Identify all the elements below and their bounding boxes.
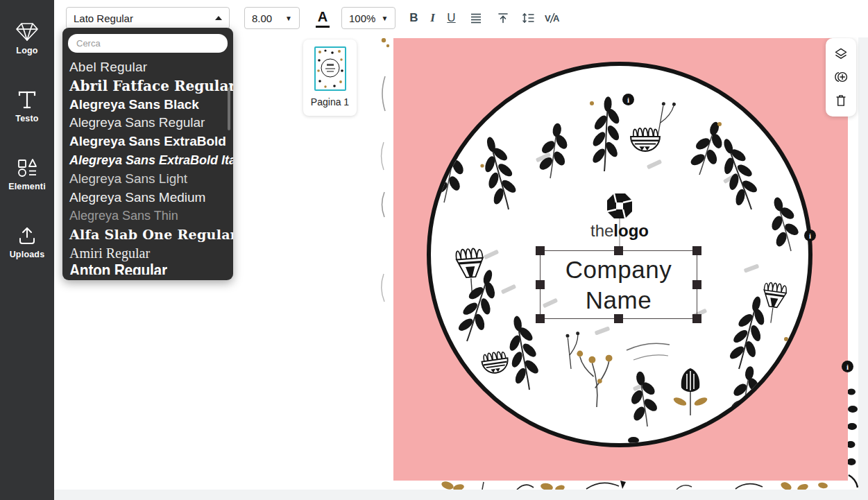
layers-button[interactable] [830, 44, 852, 64]
workspace-margin-right [858, 37, 868, 500]
element-actions-panel [826, 38, 856, 117]
letter-spacing-icon: V A [545, 12, 561, 24]
info-badge[interactable]: i [622, 94, 634, 105]
app-window: thelogo Company Name i i i [0, 0, 868, 500]
sidebar-item-elementi[interactable]: Elementi [0, 148, 54, 200]
resize-handle-top-center[interactable] [614, 246, 623, 255]
sidebar-item-logo[interactable]: Logo [0, 12, 54, 64]
workspace-margin-bottom [54, 490, 868, 500]
logo-text-suffix: logo [613, 221, 649, 240]
sidebar-item-label: Logo [16, 46, 37, 55]
diamond-icon [15, 22, 39, 42]
page-thumbnail-card: Pagina 1 [303, 40, 357, 116]
sidebar: Logo Testo Elementi [0, 0, 54, 500]
bold-button[interactable]: B [405, 6, 423, 31]
text-icon [17, 90, 37, 110]
delete-button[interactable] [830, 90, 852, 111]
company-name-line2: Name [586, 285, 652, 316]
logo-text-prefix: the [590, 221, 613, 240]
resize-handle-bottom-center[interactable] [614, 314, 623, 323]
logo-wordmark: thelogo [550, 221, 689, 241]
octagon-logo-icon [605, 191, 634, 221]
font-option[interactable]: Alegreya Sans Regular [62, 114, 233, 132]
font-option[interactable]: Abril Fatface Regular [62, 77, 233, 96]
line-spacing-button[interactable] [519, 6, 538, 31]
letter-spacing-button[interactable]: V A [543, 6, 562, 31]
page-thumbnail-art [316, 48, 345, 89]
font-size-select[interactable]: 8.00 ▼ [244, 7, 300, 29]
font-option[interactable]: Alegreya Sans ExtraBold [62, 132, 233, 151]
font-list: Abel Regular Abril Fatface Regular Alegr… [62, 58, 233, 275]
resize-handle-bottom-right[interactable] [692, 314, 701, 323]
company-name-textbox[interactable]: Company Name [540, 250, 697, 319]
italic-button[interactable]: I [423, 6, 442, 31]
font-family-select[interactable]: Lato Regular [66, 7, 230, 29]
font-option[interactable]: Alegreya Sans Black [62, 96, 233, 114]
vertical-align-top-icon [497, 12, 509, 24]
trash-icon [834, 93, 848, 108]
resize-handle-top-left[interactable] [536, 246, 545, 255]
font-dropdown-panel: Abel Regular Abril Fatface Regular Alegr… [62, 28, 233, 280]
page-label: Pagina 1 [311, 96, 349, 107]
vertical-align-top-button[interactable] [493, 6, 512, 31]
zoom-select[interactable]: 100% ▼ [341, 7, 395, 29]
sidebar-item-label: Testo [15, 114, 38, 123]
chevron-up-icon [215, 16, 222, 20]
page-thumbnail[interactable] [314, 46, 346, 91]
line-spacing-icon [522, 12, 535, 24]
chevron-down-icon: ▼ [381, 15, 388, 22]
font-option[interactable]: Alfa Slab One Regular [62, 225, 233, 244]
duplicate-button[interactable] [830, 67, 852, 87]
align-justify-icon [470, 12, 482, 24]
font-list-scrollbar[interactable] [228, 87, 230, 130]
font-search-input[interactable] [68, 34, 228, 53]
font-option[interactable]: Amiri Regular [62, 244, 233, 263]
sidebar-item-label: Uploads [10, 250, 45, 259]
company-name-text: Company Name [541, 251, 697, 318]
info-badge[interactable]: i [842, 361, 853, 372]
resize-handle-bottom-left[interactable] [536, 314, 545, 323]
underline-button[interactable]: U [442, 6, 461, 31]
duplicate-icon [833, 69, 849, 85]
font-option[interactable]: Alegreya Sans Thin [62, 207, 233, 225]
font-option[interactable]: Alegreya Sans Medium [62, 189, 233, 207]
resize-handle-top-right[interactable] [692, 246, 701, 255]
resize-handle-middle-right[interactable] [692, 280, 701, 289]
company-name-line1: Company [565, 255, 672, 285]
chevron-down-icon: ▼ [285, 15, 292, 22]
align-justify-button[interactable] [466, 6, 485, 31]
font-size-value: 8.00 [252, 12, 272, 24]
sidebar-item-uploads[interactable]: Uploads [0, 216, 54, 268]
upload-icon [17, 226, 37, 245]
logo-element[interactable]: thelogo [550, 191, 689, 241]
font-family-value: Lato Regular [74, 12, 133, 24]
font-option[interactable]: Alegreya Sans ExtraBold Italic [62, 151, 233, 170]
layers-icon [833, 46, 849, 62]
sidebar-item-testo[interactable]: Testo [0, 80, 54, 132]
font-option[interactable]: Anton Regular [62, 261, 233, 275]
format-buttons-row: B I U [405, 6, 562, 31]
sidebar-item-label: Elementi [8, 182, 46, 191]
font-option[interactable]: Abel Regular [62, 58, 233, 77]
shapes-icon [17, 158, 37, 178]
text-color-button[interactable]: A [312, 6, 333, 30]
resize-handle-middle-left[interactable] [536, 280, 545, 289]
text-color-label: A [316, 9, 330, 28]
font-option[interactable]: Alegreya Sans Light [62, 170, 233, 189]
zoom-value: 100% [349, 12, 375, 24]
svg-text:V: V [545, 13, 551, 24]
info-badge[interactable]: i [804, 230, 816, 241]
